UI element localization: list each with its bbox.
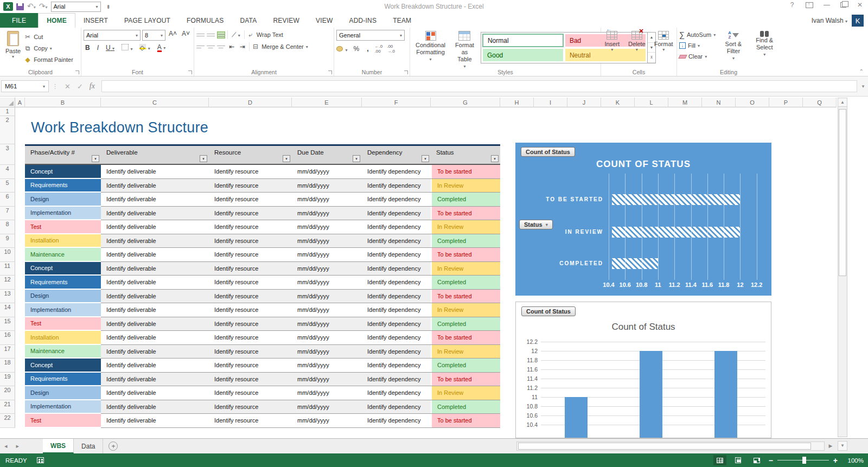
column-header-O[interactable]: O	[736, 98, 769, 107]
column-header-H[interactable]: H	[500, 98, 534, 107]
column-header-G[interactable]: G	[431, 98, 500, 107]
column-header-F[interactable]: F	[362, 98, 431, 107]
cell-status[interactable]: Completed	[431, 317, 500, 331]
cut-button[interactable]: ✂Cut	[24, 32, 73, 42]
filter-dropdown-icon[interactable]: ▾	[200, 155, 207, 162]
format-painter-button[interactable]: ◆Format Painter	[24, 55, 73, 65]
cell-dependency[interactable]: Identify dependency	[362, 276, 431, 289]
redo-icon[interactable]: ↷▾	[39, 2, 48, 11]
cell-deliverable[interactable]: Identify deliverable	[101, 373, 209, 386]
cell-phase[interactable]: Implementation	[25, 400, 101, 414]
cell-resource[interactable]: Identify resource	[209, 276, 292, 289]
cell-resource[interactable]: Identify resource	[209, 193, 292, 206]
cell-dependency[interactable]: Identify dependency	[362, 303, 431, 317]
row-header-2[interactable]: 2	[0, 116, 15, 144]
scroll-down-icon[interactable]: ▼	[838, 441, 847, 451]
expand-formula-bar-icon[interactable]: ▾	[858, 84, 868, 89]
cell-due-date[interactable]: mm/dd/yyyy	[292, 262, 362, 276]
column-header-Q[interactable]: Q	[803, 98, 837, 107]
cell-phase[interactable]: Design	[25, 290, 101, 304]
decrease-decimal-button[interactable]: .00→.0	[387, 44, 395, 54]
page-break-view-button[interactable]	[750, 455, 763, 465]
row-header-19[interactable]: 19	[0, 373, 15, 387]
cell-phase[interactable]: Design	[25, 193, 101, 207]
ribbon-tab-team[interactable]: TEAM	[385, 13, 419, 28]
avatar[interactable]: K	[852, 15, 864, 27]
zoom-slider-thumb[interactable]	[802, 457, 806, 464]
cell-deliverable[interactable]: Identify deliverable	[101, 179, 209, 193]
font-family-combo[interactable]: Arial▾	[84, 30, 141, 41]
row-header-5[interactable]: 5	[0, 179, 15, 193]
collapse-ribbon-icon[interactable]: ⌃	[859, 68, 864, 74]
font-size-combo[interactable]: 8▾	[142, 30, 165, 41]
ribbon-display-options-icon[interactable]	[806, 2, 813, 8]
cell-deliverable[interactable]: Identify deliverable	[101, 400, 209, 414]
column-header-E[interactable]: E	[292, 98, 362, 107]
fill-button[interactable]: ↓Fill ▾	[679, 41, 716, 50]
top-align-button[interactable]: ————	[196, 31, 205, 39]
row-header-22[interactable]: 22	[0, 414, 15, 428]
cell-phase[interactable]: Installation	[25, 234, 101, 248]
merge-center-button[interactable]: ⊟Merge & Center ▾	[252, 42, 308, 52]
cell-due-date[interactable]: mm/dd/yyyy	[292, 345, 362, 359]
cell-deliverable[interactable]: Identify deliverable	[101, 414, 209, 427]
cell-due-date[interactable]: mm/dd/yyyy	[292, 207, 362, 220]
cell-dependency[interactable]: Identify dependency	[362, 345, 431, 359]
cell-status[interactable]: To be started	[431, 290, 500, 303]
cell-deliverable[interactable]: Identify deliverable	[101, 317, 209, 331]
filter-dropdown-icon[interactable]: ▾	[353, 155, 360, 162]
horizontal-scrollbar[interactable]	[516, 442, 825, 451]
cell-deliverable[interactable]: Identify deliverable	[101, 165, 209, 178]
cell-phase[interactable]: Requirements	[25, 179, 101, 193]
format-as-table-button[interactable]: Format as Table▾	[452, 30, 477, 71]
delete-cells-button[interactable]: Delete▾	[625, 30, 649, 53]
ribbon-tab-view[interactable]: VIEW	[308, 13, 341, 28]
decrease-indent-button[interactable]: ⇤	[227, 43, 236, 50]
number-dialog-launcher[interactable]	[404, 71, 408, 74]
cancel-icon[interactable]: ✕	[61, 82, 74, 91]
sheet-tab-wbs[interactable]: WBS	[43, 439, 74, 453]
cell-phase[interactable]: Maintenance	[25, 248, 101, 262]
cell-resource[interactable]: Identify resource	[209, 220, 292, 234]
cell-due-date[interactable]: mm/dd/yyyy	[292, 165, 362, 178]
ribbon-tab-review[interactable]: REVIEW	[265, 13, 308, 28]
cell-status[interactable]: In Review	[431, 345, 500, 359]
column-header-D[interactable]: D	[209, 98, 292, 107]
ribbon-tab-add-ins[interactable]: ADD-INS	[341, 13, 385, 28]
cell-phase[interactable]: Requirements	[25, 276, 101, 290]
cell-status[interactable]: In Review	[431, 220, 500, 234]
cell-phase[interactable]: Test	[25, 317, 101, 331]
increase-decimal-button[interactable]: ←.0.00	[374, 44, 382, 54]
row-header-15[interactable]: 15	[0, 317, 15, 331]
cell-resource[interactable]: Identify resource	[209, 317, 292, 331]
row-header-12[interactable]: 12	[0, 276, 15, 290]
cell-deliverable[interactable]: Identify deliverable	[101, 276, 209, 289]
bar-to-be-started[interactable]	[612, 194, 740, 205]
qat-font-box[interactable]: Arial▾	[51, 2, 101, 12]
cell-resource[interactable]: Identify resource	[209, 345, 292, 359]
bar-completed[interactable]	[612, 258, 658, 269]
cell-phase[interactable]: Installation	[25, 331, 101, 345]
filter-dropdown-icon[interactable]: ▾	[422, 155, 429, 162]
new-sheet-button[interactable]: +	[108, 442, 118, 451]
cell-phase[interactable]: Implementation	[25, 207, 101, 221]
row-header-21[interactable]: 21	[0, 400, 15, 414]
cell-due-date[interactable]: mm/dd/yyyy	[292, 234, 362, 248]
column-header-B[interactable]: B	[25, 98, 101, 107]
cell-status[interactable]: To be started	[431, 165, 500, 178]
row-header-1[interactable]: 1	[0, 107, 15, 116]
cell-dependency[interactable]: Identify dependency	[362, 262, 431, 276]
cell-due-date[interactable]: mm/dd/yyyy	[292, 359, 362, 372]
cell-status[interactable]: In Review	[431, 262, 500, 276]
shrink-font-button[interactable]: A˅	[180, 30, 192, 41]
font-color-button[interactable]: A ▾	[156, 43, 167, 52]
cell-due-date[interactable]: mm/dd/yyyy	[292, 317, 362, 331]
cell-due-date[interactable]: mm/dd/yyyy	[292, 220, 362, 234]
sheet-title-cell[interactable]: Work Breakdown Structure	[31, 119, 208, 136]
cell-phase[interactable]: Test	[25, 414, 101, 428]
cell-phase[interactable]: Design	[25, 386, 101, 400]
cell-due-date[interactable]: mm/dd/yyyy	[292, 400, 362, 414]
format-cells-button[interactable]: Format▾	[651, 30, 676, 53]
name-box[interactable]: M61▾	[1, 80, 49, 92]
cell-dependency[interactable]: Identify dependency	[362, 234, 431, 248]
